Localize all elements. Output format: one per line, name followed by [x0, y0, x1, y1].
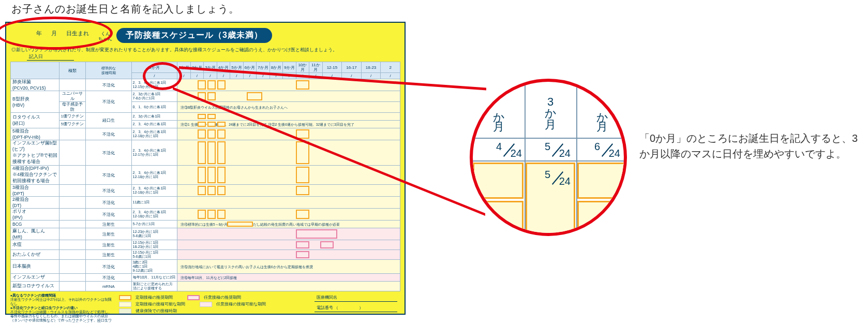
vaccine-type: 不活化 [85, 185, 131, 197]
vaccine-timing: 2、3、4か月に各1回12-18か月に1回 [131, 185, 177, 197]
zoom-center-date: 524 [532, 170, 583, 189]
vaccine-type: 不活化 [85, 209, 131, 221]
vaccine-sub: 母子感染予防 [59, 102, 85, 113]
vaccine-row: BCG注射生5-7か月に1回注④標準的には生後5～8か月未満に接種。ただし結核の… [11, 221, 400, 228]
vaccine-name: ポリオ(IPV) [11, 209, 59, 221]
m7: 7か月 [257, 62, 270, 73]
vaccine-type: 不活化 [85, 274, 131, 282]
annotation-circle-month3 [143, 62, 182, 90]
zoom-date-1: 424 [483, 142, 535, 162]
card-title: 予防接種スケジュール（3歳未満） [116, 28, 272, 43]
vaccine-name: 新型コロナウイルス [11, 282, 59, 291]
vaccine-timing: 0、1、6か月に各1回 [131, 102, 177, 113]
entry-date-label[interactable]: 記入日 [27, 53, 74, 61]
vaccine-name: 麻しん、風しん(MR) [11, 228, 59, 240]
date-slot-15[interactable]: / [381, 73, 400, 79]
vaccine-timing: 12-23か月に1回5-6歳に1回 [131, 228, 177, 240]
vaccine-type: 不活化 [85, 91, 131, 113]
vaccine-type: 不活化 [85, 140, 131, 166]
vaccine-name: BCG [11, 221, 59, 228]
vaccine-timing: 2、3か月に各1回 [131, 113, 177, 121]
vaccine-timing: 3歳に2回4歳に1回9-12歳に1回 [131, 260, 177, 274]
vaccine-timing: 製剤ごとに定められた方法により接種する [131, 282, 177, 291]
vaccine-timing: 12-15か月に1回18-23か月に1回 [131, 240, 177, 250]
vaccine-timing: 2、3、4か月に各1回12-18か月に1回 [131, 166, 177, 185]
m13: 16-17 [342, 62, 362, 73]
zoom-bubble: か月 3か月 か月 424 524 624 524 [470, 79, 627, 236]
schedule-area [177, 228, 400, 240]
col-timing: 標準的な接種時期 [85, 62, 131, 79]
vaccine-type: 不活化 [85, 197, 131, 209]
vaccine-type: 注射生 [85, 221, 131, 228]
m8: 8か月 [270, 62, 283, 73]
vaccine-sub: ユニバーサル [59, 91, 85, 102]
vaccine-timing: 5-7か月に1回 [131, 221, 177, 228]
vaccine-name: インフルエンザ菌b型(ヒブ)※アクトヒブ®で初回接種する場合 [11, 140, 59, 166]
vaccine-type: mRNA [85, 282, 131, 291]
footer: ●異なるワクチンの接種間隔 注射生ワクチン同士は中27日以上、それ以外のワクチン… [10, 293, 400, 323]
zoom-date-3: 624 [581, 142, 627, 162]
vaccine-timing: 12-15か月に1回5-6歳に1回 [131, 250, 177, 260]
m9: 9か月 [283, 62, 296, 73]
vaccine-name: インフルエンザ [11, 274, 59, 282]
schedule-area [177, 240, 400, 250]
schedule-area [177, 209, 400, 221]
vaccine-type: 経口生 [85, 113, 131, 128]
vaccine-type: 不活化 [85, 166, 131, 185]
footer-notes: ●異なるワクチンの接種間隔 注射生ワクチン同士は中27日以上、それ以外のワクチン… [10, 293, 114, 323]
zoom-h-right: か月 [576, 113, 627, 131]
side-instruction: 「0か月」のところにお誕生日を記入すると、3か月以降のマスに日付を埋めやすいです… [639, 130, 868, 162]
vaccine-timing: 2、3、4か月に各1回12-18か月に1回 [131, 128, 177, 140]
vaccine-type: 注射生 [85, 228, 131, 240]
vaccine-type: 不活化 [85, 260, 131, 274]
vaccine-name: 3種混合(DPT) [11, 185, 59, 197]
vaccine-name: B型肝炎(HBV) [11, 91, 59, 113]
vaccine-row: 2種混合(DT)不活化11歳に1回 [11, 197, 400, 209]
vaccine-row: ポリオ(IPV)不活化2、3、4か月に各1回12-18か月に1回 [11, 209, 400, 221]
vaccine-type: 不活化 [85, 79, 131, 91]
vaccine-sub: 1価ワクチン [59, 113, 85, 121]
m14: 18-23 [361, 62, 381, 73]
legend: 定期接種の推奨期間 任意接種の推奨期間 定期接種の接種可能な期間 任意接種の接種… [119, 293, 266, 323]
vaccine-timing: 毎年10月、11月などに2回 [131, 274, 177, 282]
footer-right: 医療機関名 電話番号 （ ） [315, 293, 400, 323]
schedule-area [177, 250, 400, 260]
vaccine-row: インフルエンザ不活化毎年10月、11月などに2回注⑥毎年10月、11月などに2回… [11, 274, 400, 282]
vaccine-row: 新型コロナウイルスmRNA製剤ごとに定められた方法により接種する [11, 282, 400, 291]
vaccine-sub: 5価ワクチン [59, 121, 85, 128]
vaccine-name: 2種混合(DT) [11, 197, 59, 209]
m12: 12-15 [322, 62, 342, 73]
m11: 11か月 [309, 62, 323, 73]
m15: 2 [381, 62, 400, 73]
vaccine-timing: 2、3、4か月に各1回12-17か月に1回 [131, 140, 177, 166]
vaccine-name: 肺炎球菌(PCV20, PCV15) [11, 79, 59, 91]
date-slot-14[interactable]: / [361, 73, 381, 79]
zoom-h-center: 3か月 [525, 96, 576, 130]
vaccine-name: ロタウイルス(経口) [11, 113, 59, 128]
schedule-area: 注④標準的には生後5～8か月未満に接種。ただし結核の発生頻度の高い地域では早期の… [177, 221, 400, 228]
vaccine-name: 日本脳炎 [11, 260, 59, 274]
schedule-area: 注⑤流行地域において罹患リスクの高いお子さんは生後6か月から定期接種を推奨 [177, 260, 400, 274]
m10: 10か月 [296, 62, 309, 73]
schedule-area: 注⑥毎年10月、11月などに2回接種 [177, 274, 400, 282]
zoom-date-2: 524 [532, 142, 583, 162]
vaccine-name: 5種混合(DPT-IPV-Hib) [11, 128, 59, 140]
vaccine-row: 麻しん、風しん(MR)注射生12-23か月に1回5-6歳に1回 [11, 228, 400, 240]
annotation-circle-birth [0, 17, 113, 50]
vaccine-timing: 2、3、4か月に各1回 [131, 121, 177, 128]
vaccine-name: おたふくかぜ [11, 250, 59, 260]
vaccine-row: おたふくかぜ注射生12-15か月に1回5-6歳に1回 [11, 250, 400, 260]
vaccine-timing: 11歳に1回 [131, 197, 177, 209]
vaccine-row: 水痘注射生12-15か月に1回18-23か月に1回 [11, 240, 400, 250]
vaccine-type: 注射生 [85, 240, 131, 250]
schedule-area [177, 282, 400, 291]
vaccine-type: 不活化 [85, 128, 131, 140]
vaccine-row: 日本脳炎不活化3歳に2回4歳に1回9-12歳に1回注⑤流行地域において罹患リスク… [11, 260, 400, 274]
vaccine-name: 水痘 [11, 240, 59, 250]
vaccine-type: 注射生 [85, 250, 131, 260]
vaccine-timing: 2、3、4か月に各1回12-18か月に1回 [131, 209, 177, 221]
col-type: 種類 [59, 62, 85, 79]
vaccine-name: 4種混合(DPT-IPV)※4種混合ワクチンで初回接種する場合 [11, 166, 59, 185]
instruction-top: お子さんのお誕生日と名前を記入しましょう。 [11, 2, 240, 16]
vaccine-timing: 2、3か月に各1回7-8か月に1回 [131, 91, 177, 102]
